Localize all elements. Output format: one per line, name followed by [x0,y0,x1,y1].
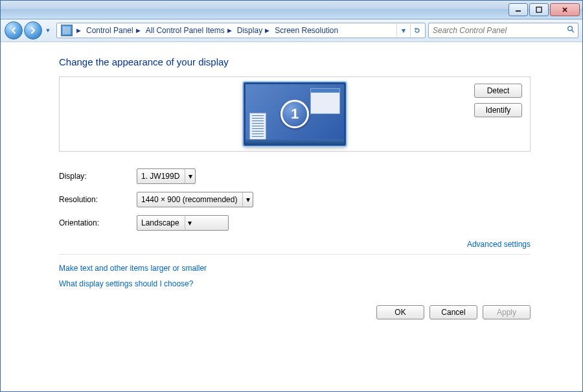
breadcrumb-item[interactable]: Display ▶ [234,23,272,38]
svg-line-3 [572,30,574,32]
resolution-value: 1440 × 900 (recommended) [141,195,237,204]
page-title: Change the appearance of your display [59,56,531,67]
display-value: 1. JW199D [141,172,179,181]
content-area: Change the appearance of your display 1 … [1,42,582,391]
monitor-number-badge: 1 [280,100,309,128]
chevron-right-icon: ▶ [136,27,141,34]
display-dropdown[interactable]: 1. JW199D ▾ [137,168,196,184]
svg-rect-0 [516,10,521,12]
preview-window-icon [249,113,266,140]
dialog-buttons: OK Cancel Apply [59,305,531,319]
window-frame: ▼ ▶ Control Panel ▶ All Control Panel It… [0,0,583,392]
breadcrumb-label: Screen Resolution [275,26,338,35]
monitor-preview[interactable]: 1 [244,82,346,146]
settings-grid: Display: 1. JW199D ▾ Resolution: 1440 × … [59,168,531,231]
preview-taskbar-icon [246,139,344,144]
breadcrumb-label: Control Panel [86,26,133,35]
breadcrumb-root-icon[interactable]: ▶ [58,23,84,38]
svg-point-2 [568,27,573,31]
close-button[interactable] [550,3,580,16]
breadcrumb-item[interactable]: All Control Panel Items ▶ [143,23,234,38]
apply-button[interactable]: Apply [483,305,531,319]
navigation-bar: ▼ ▶ Control Panel ▶ All Control Panel It… [1,19,582,42]
forward-button[interactable] [24,21,42,40]
breadcrumb-label: Display [237,26,262,35]
back-button[interactable] [5,21,23,40]
minimize-button[interactable] [509,3,528,16]
breadcrumb-item[interactable]: Screen Resolution [272,23,341,38]
chevron-right-icon: ▶ [227,27,232,34]
refresh-button[interactable] [410,24,424,37]
preview-window-icon [310,88,340,114]
chevron-down-icon: ▾ [242,192,253,207]
chevron-right-icon: ▶ [76,27,81,34]
help-link[interactable]: What display settings should I choose? [59,279,531,288]
identify-button[interactable]: Identify [474,103,522,117]
title-bar [1,1,582,19]
display-label: Display: [59,172,137,181]
resolution-dropdown[interactable]: 1440 × 900 (recommended) ▾ [137,192,253,207]
maximize-button[interactable] [529,3,549,16]
cancel-button[interactable]: Cancel [429,305,477,319]
address-dropdown-button[interactable]: ▾ [396,24,410,37]
svg-rect-1 [536,7,542,12]
search-icon [567,25,575,36]
control-panel-icon [61,25,73,36]
chevron-right-icon: ▶ [265,27,269,34]
search-box[interactable] [428,23,578,38]
orientation-label: Orientation: [59,218,137,227]
resolution-label: Resolution: [59,195,137,204]
advanced-settings-link[interactable]: Advanced settings [467,240,531,249]
text-size-link[interactable]: Make text and other items larger or smal… [59,264,531,273]
chevron-down-icon: ▾ [185,216,195,230]
chevron-down-icon: ▾ [185,169,195,183]
breadcrumb-item[interactable]: Control Panel ▶ [84,23,143,38]
display-preview-box: 1 Detect Identify [59,76,531,152]
detect-button[interactable]: Detect [474,84,522,98]
ok-button[interactable]: OK [376,305,424,319]
separator [59,254,531,255]
recent-locations-button[interactable]: ▼ [43,26,52,35]
breadcrumb-label: All Control Panel Items [146,26,225,35]
search-input[interactable] [431,25,567,36]
address-bar[interactable]: ▶ Control Panel ▶ All Control Panel Item… [56,23,426,38]
orientation-dropdown[interactable]: Landscape ▾ [137,215,229,231]
orientation-value: Landscape [141,218,179,227]
